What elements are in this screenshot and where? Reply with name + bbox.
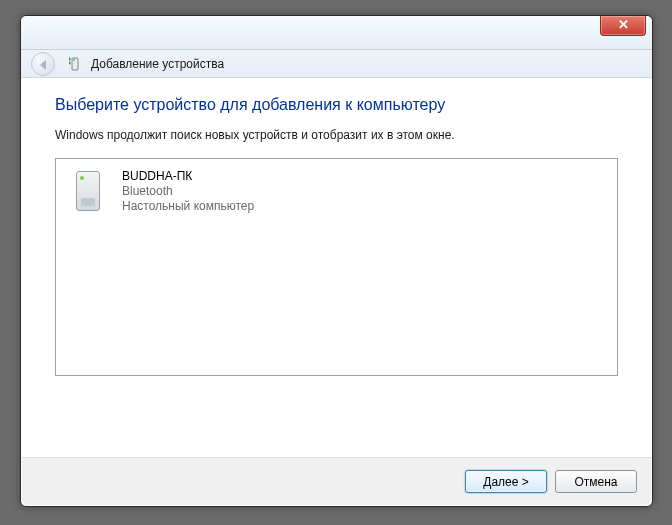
titlebar: ✕: [21, 16, 652, 50]
content-area: Выберите устройство для добавления к ком…: [21, 78, 652, 452]
device-transport: Bluetooth: [122, 184, 254, 199]
close-icon: ✕: [618, 17, 629, 32]
next-button[interactable]: Далее >: [465, 470, 547, 493]
device-text: BUDDHA-ПК Bluetooth Настольный компьютер: [122, 167, 254, 215]
cancel-button[interactable]: Отмена: [555, 470, 637, 493]
page-subtext: Windows продолжит поиск новых устройств …: [55, 128, 618, 142]
close-button[interactable]: ✕: [600, 16, 646, 36]
wizard-title: Добавление устройства: [91, 57, 224, 71]
desktop-computer-icon: [64, 167, 112, 215]
page-heading: Выберите устройство для добавления к ком…: [55, 96, 618, 114]
wizard-window: ✕ Добавление устройства Выберите устройс…: [20, 15, 653, 507]
header-row: Добавление устройства: [21, 50, 652, 78]
footer: Далее > Отмена: [22, 457, 651, 505]
device-name: BUDDHA-ПК: [122, 169, 254, 184]
device-type: Настольный компьютер: [122, 199, 254, 214]
device-item[interactable]: BUDDHA-ПК Bluetooth Настольный компьютер: [62, 165, 342, 217]
back-button[interactable]: [31, 52, 55, 76]
svg-point-1: [73, 59, 75, 61]
add-device-icon: [67, 56, 83, 72]
device-list: BUDDHA-ПК Bluetooth Настольный компьютер: [55, 158, 618, 376]
svg-rect-0: [72, 58, 78, 70]
